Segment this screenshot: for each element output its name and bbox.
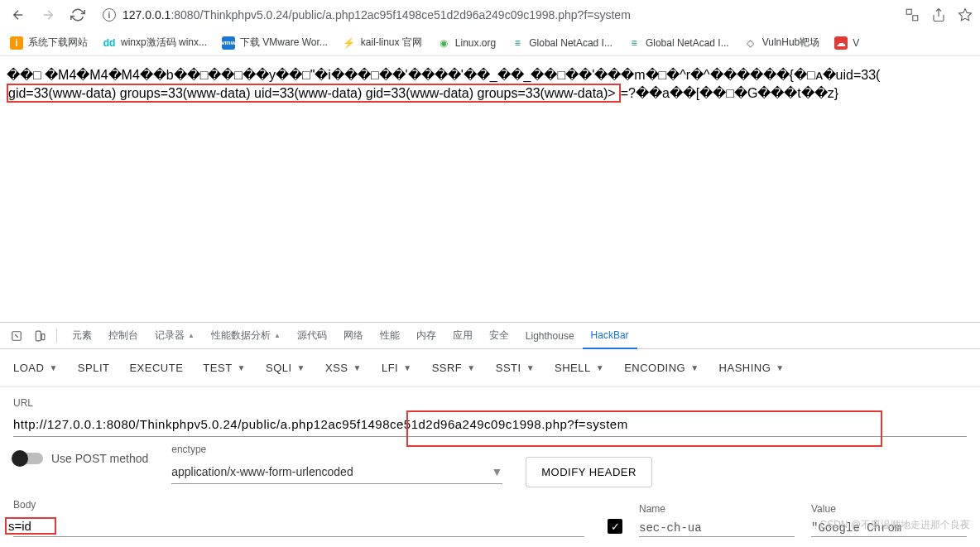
hackbar-ssrf-button[interactable]: SSRF ▼ [432, 362, 476, 374]
bookmark-icon: ◉ [437, 36, 450, 50]
bookmark-label: 系统下载网站 [28, 36, 88, 50]
svg-marker-2 [959, 9, 972, 21]
highlighted-output: gid=33(www-data) groups=33(www-data) uid… [7, 84, 621, 103]
value-label: Value [811, 503, 967, 515]
hackbar-encoding-button[interactable]: ENCODING ▼ [624, 362, 699, 374]
devtools-tab[interactable]: 控制台 [100, 323, 147, 349]
bookmark-item[interactable]: ☁V [834, 36, 859, 50]
post-toggle[interactable] [13, 453, 43, 464]
garbled-text: ��□ �M4�M4�M4��b��□��□��y��□"�i���□��'��… [7, 68, 880, 82]
devtools-tab[interactable]: HackBar [583, 323, 637, 349]
hackbar-sqli-button[interactable]: SQLI ▼ [266, 362, 305, 374]
post-label: Use POST method [51, 452, 148, 465]
hackbar-xss-button[interactable]: XSS ▼ [325, 362, 362, 374]
devtools-tab[interactable]: 性能 [372, 323, 408, 349]
bookmark-label: 下载 VMware Wor... [240, 36, 328, 50]
devtools-tab[interactable]: 网络 [335, 323, 372, 349]
site-info-icon[interactable]: i [103, 8, 116, 22]
bookmark-icon: dd [103, 36, 116, 50]
share-icon[interactable] [930, 7, 947, 23]
svg-rect-4 [36, 331, 41, 341]
modify-header-button[interactable]: MODIFY HEADER [526, 457, 652, 487]
url-highlight-box [406, 410, 882, 447]
bookmark-label: Global NetAcad I... [529, 37, 612, 49]
bookmark-label: VulnHub靶场 [762, 36, 820, 50]
url-label: URL [13, 397, 967, 409]
inspect-icon[interactable] [7, 326, 26, 346]
hackbar-hashing-button[interactable]: HASHING ▼ [719, 362, 785, 374]
star-icon[interactable] [957, 7, 973, 23]
bookmark-icon: vmw [222, 36, 235, 50]
hackbar-test-button[interactable]: TEST ▼ [203, 362, 246, 374]
bookmark-item[interactable]: ⚡kail-linux 官网 [343, 36, 422, 50]
name-label: Name [639, 503, 795, 515]
devtools-tab[interactable]: 内存 [408, 323, 444, 349]
bookmark-item[interactable]: ≡Global NetAcad I... [627, 36, 729, 50]
hackbar-shell-button[interactable]: SHELL ▼ [555, 362, 604, 374]
reload-button[interactable] [66, 3, 89, 26]
url-bar[interactable]: i 127.0.0.1:8080/Thinkphpv5.0.24/public/… [96, 8, 897, 22]
body-highlight-box: s=id [5, 517, 56, 535]
dropdown-icon: ▼ [491, 465, 502, 478]
devtools-tab[interactable]: Lighthouse [517, 323, 583, 349]
bookmark-item[interactable]: ◇VulnHub靶场 [744, 36, 820, 50]
devtools-tab[interactable]: 源代码 [289, 323, 335, 349]
bookmark-label: winxp激活码 winx... [121, 36, 207, 50]
back-button[interactable] [7, 3, 30, 26]
svg-rect-1 [913, 16, 918, 21]
header-checkbox[interactable]: ✓ [608, 519, 622, 534]
hackbar-ssti-button[interactable]: SSTI ▼ [496, 362, 535, 374]
hackbar-toolbar: LOAD ▼SPLITEXECUTETEST ▼SQLI ▼XSS ▼LFI ▼… [0, 349, 980, 387]
devtools-tab[interactable]: 安全 [481, 323, 517, 349]
page-content: ��□ �M4�M4�M4��b��□��□��y��□"�i���□��'��… [0, 56, 980, 113]
bookmark-item[interactable]: ≡Global NetAcad I... [511, 36, 612, 50]
device-icon[interactable] [30, 326, 50, 346]
bookmark-item[interactable]: vmw下载 VMware Wor... [222, 36, 328, 50]
devtools-tab[interactable]: 记录器 ▲ [147, 323, 203, 349]
devtools-tabs: 元素控制台记录器 ▲性能数据分析 ▲源代码网络性能内存应用安全Lighthous… [0, 323, 980, 349]
hackbar-lfi-button[interactable]: LFI ▼ [382, 362, 412, 374]
bookmarks-bar: i系统下载网站ddwinxp激活码 winx...vmw下载 VMware Wo… [0, 30, 980, 56]
bookmark-icon: ⚡ [343, 36, 356, 50]
bookmark-label: V [853, 37, 859, 49]
body-input[interactable]: s=id [13, 516, 584, 537]
devtools-tab[interactable]: 性能数据分析 ▲ [203, 323, 289, 349]
svg-rect-0 [906, 9, 911, 14]
enctype-select[interactable]: application/x-www-form-urlencoded ▼ [171, 460, 502, 484]
browser-toolbar: i 127.0.0.1:8080/Thinkphpv5.0.24/public/… [0, 0, 980, 30]
bookmark-icon: ≡ [627, 36, 641, 50]
watermark: CSDN @不要温顺地走进那个良夜 [819, 518, 970, 532]
devtools-tab[interactable]: 应用 [444, 323, 481, 349]
devtools-panel: 元素控制台记录器 ▲性能数据分析 ▲源代码网络性能内存应用安全Lighthous… [0, 322, 980, 547]
hackbar-load-button[interactable]: LOAD ▼ [13, 362, 58, 374]
bookmark-item[interactable]: i系统下载网站 [10, 36, 88, 50]
toolbar-right [904, 7, 973, 23]
hackbar-execute-button[interactable]: EXECUTE [129, 362, 183, 374]
bookmark-icon: ≡ [511, 36, 524, 50]
bookmark-item[interactable]: ◉Linux.org [437, 36, 496, 50]
hackbar-split-button[interactable]: SPLIT [78, 362, 110, 374]
devtools-tab[interactable]: 元素 [64, 323, 100, 349]
svg-rect-5 [41, 333, 45, 339]
bookmark-icon: i [10, 36, 23, 50]
bookmark-item[interactable]: ddwinxp激活码 winx... [103, 36, 207, 50]
url-text: 127.0.0.1:8080/Thinkphpv5.0.24/public/a.… [122, 8, 631, 22]
translate-icon[interactable] [904, 7, 920, 23]
bookmark-icon: ◇ [744, 36, 757, 50]
body-label: Body [13, 499, 584, 511]
bookmark-label: kail-linux 官网 [361, 36, 422, 50]
url-input[interactable]: http://127.0.0.1:8080/Thinkphpv5.0.24/pu… [13, 414, 967, 437]
bookmark-label: Global NetAcad I... [646, 37, 729, 49]
forward-button[interactable] [36, 3, 60, 26]
bookmark-label: Linux.org [455, 37, 496, 49]
bookmark-icon: ☁ [834, 36, 848, 50]
header-name-input[interactable]: sec-ch-ua [639, 520, 795, 537]
